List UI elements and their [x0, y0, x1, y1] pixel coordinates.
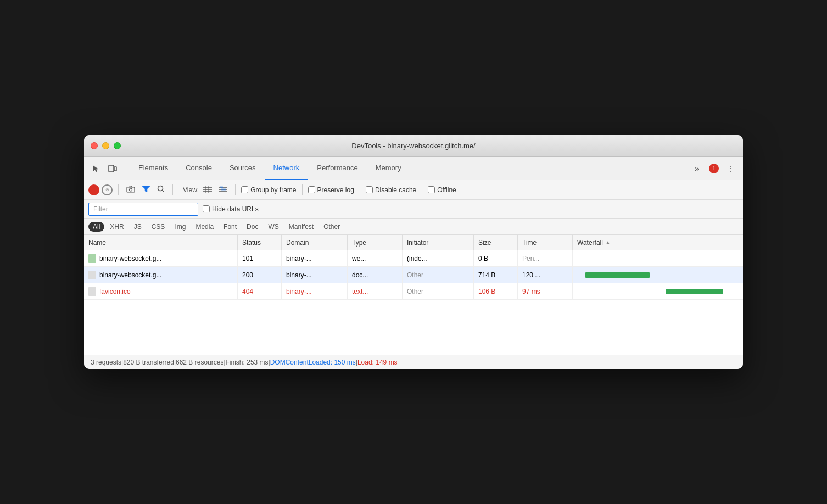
record-button[interactable] — [88, 184, 99, 195]
td-name-2: binary-websocket.g... — [84, 267, 238, 283]
th-domain[interactable]: Domain — [282, 235, 348, 250]
devtools-window: DevTools - binary-websocket.glitch.me/ E… — [84, 135, 743, 369]
type-tab-css[interactable]: CSS — [147, 222, 170, 232]
svg-line-5 — [163, 191, 165, 193]
traffic-lights — [91, 142, 121, 149]
stop-button[interactable]: ⊘ — [102, 184, 113, 195]
table-row[interactable]: binary-websocket.g... 200 binary-... doc… — [84, 267, 743, 283]
tab-elements[interactable]: Elements — [130, 157, 177, 180]
more-options-icon[interactable]: ⋮ — [723, 161, 739, 176]
status-requests: 3 requests — [91, 359, 121, 366]
status-load[interactable]: Load: 149 ms — [357, 359, 398, 366]
td-time-3: 97 ms — [518, 283, 573, 299]
type-tab-all[interactable]: All — [88, 222, 104, 232]
td-status-2: 200 — [238, 267, 282, 283]
file-icon-ico — [88, 287, 96, 296]
toolbar-right: » 1 ⋮ — [689, 161, 739, 176]
file-icon-doc — [88, 271, 96, 279]
th-size[interactable]: Size — [474, 235, 518, 250]
svg-rect-0 — [109, 165, 114, 172]
type-tab-ws[interactable]: WS — [264, 222, 283, 232]
disable-cache-checkbox[interactable] — [366, 186, 373, 193]
type-tab-manifest[interactable]: Manifest — [284, 222, 318, 232]
type-tab-font[interactable]: Font — [219, 222, 241, 232]
window-title: DevTools - binary-websocket.glitch.me/ — [351, 142, 475, 150]
minimize-button[interactable] — [102, 142, 109, 149]
tab-console[interactable]: Console — [177, 157, 221, 180]
title-bar: DevTools - binary-websocket.glitch.me/ — [84, 135, 743, 157]
filter-icon[interactable] — [139, 184, 153, 196]
list-view-icon[interactable] — [201, 184, 214, 195]
td-waterfall-3 — [573, 283, 743, 299]
empty-table-area — [84, 300, 743, 355]
svg-rect-15 — [221, 188, 226, 190]
th-status[interactable]: Status — [238, 235, 282, 250]
type-tab-other[interactable]: Other — [319, 222, 344, 232]
device-toggle-icon[interactable] — [105, 161, 120, 176]
tab-sources[interactable]: Sources — [221, 157, 265, 180]
disable-cache-label[interactable]: Disable cache — [366, 186, 416, 194]
th-initiator[interactable]: Initiator — [403, 235, 474, 250]
offline-label[interactable]: Offline — [428, 186, 456, 194]
td-type-2: doc... — [348, 267, 403, 283]
type-tab-img[interactable]: Img — [170, 222, 190, 232]
svg-rect-14 — [220, 186, 223, 188]
cursor-icon[interactable] — [88, 161, 104, 176]
file-icon-ws — [88, 254, 96, 263]
th-name[interactable]: Name — [84, 235, 238, 250]
hide-data-urls-checkbox[interactable] — [203, 205, 210, 212]
offline-checkbox[interactable] — [428, 186, 435, 193]
td-status-1: 101 — [238, 250, 282, 266]
td-domain-1: binary-... — [282, 250, 348, 266]
type-tab-media[interactable]: Media — [191, 222, 218, 232]
status-dom-content-loaded[interactable]: DOMContentLoaded: 150 ms — [270, 359, 356, 366]
td-name-3: favicon.ico — [84, 283, 238, 299]
table-row[interactable]: binary-websocket.g... 101 binary-... we.… — [84, 250, 743, 267]
type-tab-js[interactable]: JS — [130, 222, 146, 232]
svg-point-3 — [130, 188, 132, 191]
group-by-frame-label[interactable]: Group by frame — [241, 186, 296, 194]
status-finish: Finish: 253 ms — [226, 359, 269, 366]
waterfall-bar-2 — [585, 272, 650, 278]
maximize-button[interactable] — [114, 142, 121, 149]
status-resources: 662 B resources — [176, 359, 223, 366]
td-time-1: Pen... — [518, 250, 573, 266]
tab-network[interactable]: Network — [265, 157, 309, 180]
network-table: Name Status Domain Type Initiator Size T… — [84, 235, 743, 355]
th-waterfall[interactable]: Waterfall — [573, 235, 743, 250]
devtools-body: Elements Console Sources Network Perform… — [84, 157, 743, 369]
status-transferred: 820 B transferred — [123, 359, 174, 366]
tab-performance[interactable]: Performance — [308, 157, 366, 180]
hide-data-urls-label[interactable]: Hide data URLs — [203, 205, 259, 213]
waterfall-view-icon[interactable] — [216, 184, 230, 195]
table-row[interactable]: favicon.ico 404 binary-... text... Other… — [84, 283, 743, 300]
screenshot-icon[interactable] — [124, 184, 137, 195]
waterfall-bar-3 — [666, 289, 723, 294]
type-tab-doc[interactable]: Doc — [242, 222, 262, 232]
nt-sep-6 — [422, 184, 422, 195]
error-badge: 1 — [709, 164, 719, 173]
td-domain-2: binary-... — [282, 267, 348, 283]
filter-input[interactable] — [88, 203, 198, 216]
more-tabs-icon[interactable]: » — [689, 161, 705, 176]
td-status-3: 404 — [238, 283, 282, 299]
type-tab-xhr[interactable]: XHR — [105, 222, 128, 232]
tab-memory[interactable]: Memory — [367, 157, 410, 180]
td-size-1: 0 B — [474, 250, 518, 266]
search-icon[interactable] — [155, 184, 167, 195]
svg-rect-2 — [127, 187, 135, 192]
nt-sep-4 — [302, 184, 303, 195]
group-by-frame-checkbox[interactable] — [241, 186, 248, 193]
td-time-2: 120 ... — [518, 267, 573, 283]
error-indicator[interactable]: 1 — [709, 164, 719, 173]
main-toolbar: Elements Console Sources Network Perform… — [84, 157, 743, 180]
th-type[interactable]: Type — [348, 235, 403, 250]
type-filter-tabs: All XHR JS CSS Img Media Font Doc WS Man… — [84, 219, 743, 235]
preserve-log-checkbox[interactable] — [308, 186, 315, 193]
preserve-log-label[interactable]: Preserve log — [308, 186, 354, 194]
time-marker — [658, 250, 658, 266]
th-time[interactable]: Time — [518, 235, 573, 250]
td-initiator-1: (inde... — [403, 250, 474, 266]
nt-sep-2 — [172, 184, 173, 195]
close-button[interactable] — [91, 142, 98, 149]
